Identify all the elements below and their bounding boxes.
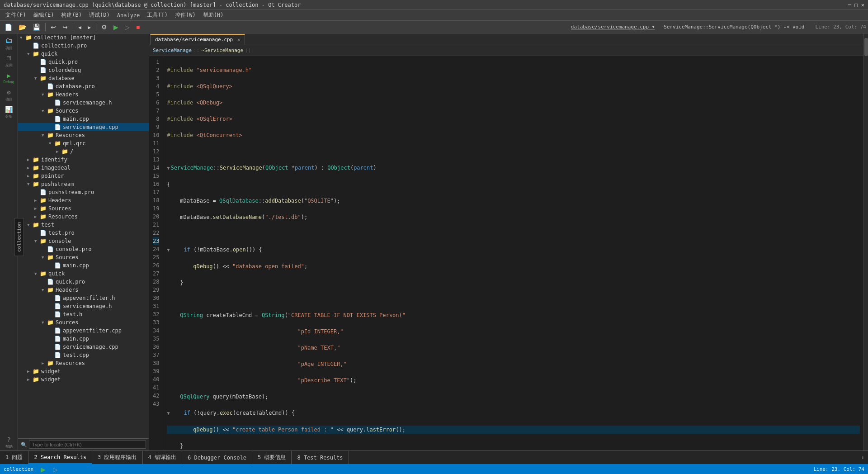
expand-arrow: ▼ <box>20 35 24 40</box>
sidebar-icon-help[interactable]: ? 帮助 <box>1 434 17 450</box>
sidebar-icon-analyze[interactable]: 📊 分析 <box>1 104 17 120</box>
tree-item-console-pro[interactable]: 📄 console.pro <box>18 245 149 253</box>
sidebar-icon-projects[interactable]: ⚙ 项目 <box>1 87 17 103</box>
tree-item-root[interactable]: ▼ 📁 collection [master] <box>18 33 149 42</box>
tree-item-test-pro[interactable]: 📄 test.pro <box>18 229 149 237</box>
menu-tools[interactable]: 工具(T) <box>143 10 171 20</box>
tree-item-collection-pro[interactable]: 📄 collection.pro <box>18 42 149 50</box>
tree-item-imagedeal[interactable]: ▶ 📁 imagedeal <box>18 164 149 172</box>
tree-item-database-pro[interactable]: 📄 database.pro <box>18 82 149 90</box>
toolbar-open[interactable]: 📂 <box>16 23 29 32</box>
scrollbar-thumb[interactable] <box>864 38 868 56</box>
toolbar-forward[interactable]: ▸ <box>85 23 94 32</box>
tree-item-main-cpp-test[interactable]: 📄 main.cpp <box>18 335 149 343</box>
tree-item-test-cpp[interactable]: 📄 test.cpp <box>18 351 149 359</box>
tree-item-main-cpp1[interactable]: 📄 main.cpp <box>18 115 149 123</box>
tree-item-test[interactable]: ▼ 📁 test <box>18 221 149 229</box>
tree-item-headers1[interactable]: ▼ 📁 Headers <box>18 90 149 99</box>
tree-item-test-h[interactable]: 📄 test.h <box>18 310 149 318</box>
collection-panel-tab[interactable]: collection <box>14 218 24 256</box>
bottom-panel-toggle[interactable]: ⬆ <box>858 455 868 461</box>
breadcrumb-bar: ServiceManage :: ~ServiceManage () <box>149 45 863 56</box>
sidebar-search-input[interactable] <box>29 441 146 449</box>
bottom-tab-appoutput[interactable]: 3 应用程序输出 <box>92 451 142 464</box>
tree-item-quick[interactable]: ▼ 📁 quick <box>18 50 149 58</box>
tree-item-resources1[interactable]: ▼ 📁 Resources <box>18 131 149 139</box>
toolbar-function[interactable]: ServiceManage::ServiceManage(QObject *) … <box>664 24 804 30</box>
toolbar-run[interactable]: ▶ <box>111 23 121 32</box>
tree-item-resources-ps[interactable]: ▶ 📁 Resources <box>18 213 149 221</box>
breadcrumb-servicemanage[interactable]: ServiceManage <box>153 47 192 53</box>
tree-item-qml-qrc[interactable]: ▼ 📁 qml.qrc <box>18 139 149 147</box>
bottom-tab-debugger[interactable]: 6 Debugger Console <box>182 451 252 464</box>
minimize-button[interactable]: ─ <box>848 2 851 8</box>
menu-edit[interactable]: 编辑(E) <box>30 10 58 20</box>
toolbar-redo[interactable]: ↪ <box>60 23 71 32</box>
tree-item-pushstream-pro[interactable]: 📄 pushstream.pro <box>18 188 149 196</box>
breadcrumb-function[interactable]: ~ServiceManage <box>201 47 243 53</box>
statusbar-build: ▶ <box>41 465 46 474</box>
bottom-tab-search[interactable]: 2 Search Results <box>28 451 92 464</box>
tree-item-pushstream[interactable]: ▼ 📁 pushstream <box>18 180 149 188</box>
tree-item-appeventfilter-h[interactable]: 📄 appeventfilter.h <box>18 294 149 302</box>
menu-file[interactable]: 文件(F) <box>2 10 30 20</box>
menu-build[interactable]: 构建(B) <box>57 10 85 20</box>
toolbar-file[interactable]: database/servicemanage.cpp ▾ <box>571 24 655 30</box>
menu-debug[interactable]: 调试(D) <box>85 10 113 20</box>
tree-item-quick-pro[interactable]: 📄 quick.pro <box>18 58 149 66</box>
tree-item-slash[interactable]: ▶ 📁 / <box>18 147 149 156</box>
tree-item-quick-test[interactable]: ▼ 📁 quick <box>18 270 149 278</box>
sidebar-icon-project[interactable]: 🗂 项目 <box>1 35 17 52</box>
close-button[interactable]: ✕ <box>861 2 864 8</box>
sidebar-icon-app[interactable]: ⚃ 应用 <box>1 52 17 69</box>
tree-item-sources-ps[interactable]: ▶ 📁 Sources <box>18 204 149 213</box>
bottom-tab-problems[interactable]: 1 问题 <box>0 451 28 464</box>
tree-item-servicemanage-cpp2[interactable]: 📄 servicemanage.cpp <box>18 343 149 351</box>
toolbar-debug-run[interactable]: ▷ <box>122 23 132 32</box>
tree-item-resources-test-quick[interactable]: ▶ 📁 Resources <box>18 359 149 367</box>
bottom-panel: 1 问题 2 Search Results 3 应用程序输出 4 编译输出 6 … <box>0 450 868 464</box>
toolbar-build[interactable]: ⚙ <box>99 23 110 32</box>
toolbar-back[interactable]: ◂ <box>75 23 84 32</box>
toolbar-sep2 <box>73 23 73 31</box>
tree-item-headers-test-quick[interactable]: ▼ 📁 Headers <box>18 286 149 294</box>
tree-item-servicemanage-h2[interactable]: 📄 servicemanage.h <box>18 302 149 310</box>
tree-item-sources-test-quick[interactable]: ▼ 📁 Sources <box>18 318 149 327</box>
menu-analyze[interactable]: Analyze <box>113 11 144 19</box>
tree-item-servicemanage-h[interactable]: 📄 servicemanage.h <box>18 99 149 107</box>
editor-scrollbar[interactable] <box>863 33 868 450</box>
tree-item-database[interactable]: ▼ 📁 database <box>18 74 149 82</box>
menubar: 文件(F) 编辑(E) 构建(B) 调试(D) Analyze 工具(T) 控件… <box>0 10 868 21</box>
menu-controls[interactable]: 控件(W) <box>171 10 199 20</box>
tree-item-sources-console[interactable]: ▼ 📁 Sources <box>18 253 149 261</box>
tree-item-colordebug[interactable]: 📄 colordebug <box>18 66 149 74</box>
code-editor: database/servicemanage.cpp ✕ ServiceMana… <box>149 33 863 450</box>
editor-content[interactable]: 12345 6 78910 11 121314 15 1617181920 21… <box>149 56 863 450</box>
toolbar-new[interactable]: 📄 <box>2 23 15 32</box>
tree-item-identify[interactable]: ▶ 📁 identify <box>18 156 149 164</box>
tab-servicemanage-cpp[interactable]: database/servicemanage.cpp ✕ <box>150 34 245 45</box>
maximize-button[interactable]: □ <box>854 2 858 8</box>
bottom-tab-compile[interactable]: 4 编译输出 <box>143 451 182 464</box>
tree-item-headers-ps[interactable]: ▶ 📁 Headers <box>18 196 149 204</box>
sidebar-icon-debug[interactable]: ▶ Debug <box>1 70 17 86</box>
toolbar-undo[interactable]: ↩ <box>48 23 59 32</box>
tree-item-widget1[interactable]: ▶ 📁 widget <box>18 367 149 375</box>
statusbar-right: Line: 23, Col: 74 <box>813 466 864 472</box>
tree-item-console[interactable]: ▼ 📁 console <box>18 237 149 245</box>
toolbar-save[interactable]: 💾 <box>30 23 43 32</box>
bottom-tab-testresults[interactable]: 8 Test Results <box>292 451 349 464</box>
code-content[interactable]: #include "servicemanage.h" #include <QSq… <box>163 56 863 450</box>
tree-item-servicemanage-cpp[interactable]: 📄 servicemanage.cpp <box>18 123 149 131</box>
tree-item-sources1[interactable]: ▼ 📁 Sources <box>18 107 149 115</box>
tree-item-main-cpp-console[interactable]: 📄 main.cpp <box>18 261 149 270</box>
tree-item-appeventfilter-cpp[interactable]: 📄 appeventfilter.cpp <box>18 327 149 335</box>
menu-help[interactable]: 帮助(H) <box>199 10 227 20</box>
tree-item-quick-pro-test[interactable]: 📄 quick.pro <box>18 278 149 286</box>
tab-label: database/servicemanage.cpp <box>155 37 233 43</box>
tree-item-pointer[interactable]: ▶ 📁 pointer <box>18 172 149 180</box>
toolbar-stop[interactable]: ■ <box>133 23 142 32</box>
tree-item-widget2[interactable]: ▶ 📁 widget <box>18 375 149 384</box>
bottom-tab-overview[interactable]: 5 概要信息 <box>252 451 292 464</box>
tab-close-icon[interactable]: ✕ <box>237 37 240 42</box>
